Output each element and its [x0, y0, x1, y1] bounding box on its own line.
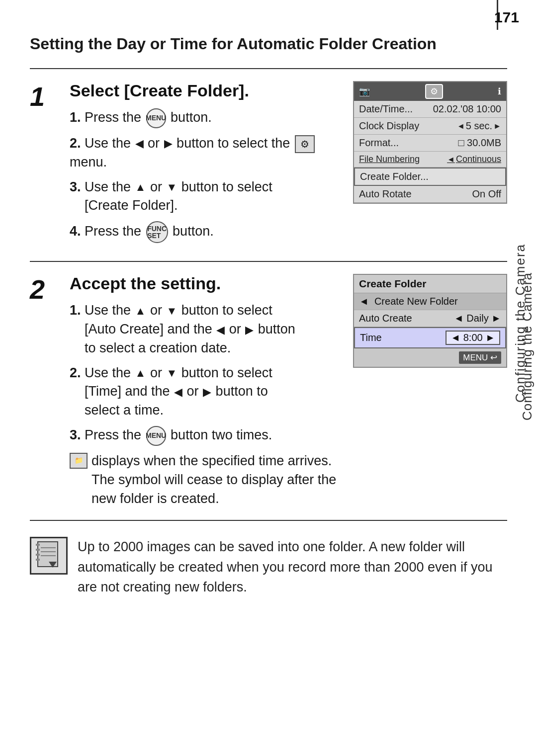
screenshot2-footer: MENU ↩ [354, 348, 506, 367]
content-area: Configuring the Camera 1 Select [Create … [30, 68, 507, 521]
step-1-2: 2. Use the ◀ or ▶ button to select the ⚙… [70, 134, 343, 172]
section-1-number: 1 [30, 81, 65, 249]
step-2-3: 3. Press the MENU button two times. [70, 426, 343, 446]
screenshot2-title: Create Folder [354, 275, 506, 293]
svg-rect-4 [36, 559, 40, 561]
tri-left-icon: ◄ [457, 122, 465, 131]
screenshot-row-clockdisplay: Clock Display ◄ 5 sec. ► [354, 118, 506, 135]
page-title: Setting the Day or Time for Automatic Fo… [30, 35, 507, 53]
bullet-note-text: displays when the specified time arrives… [91, 452, 343, 508]
menu-button2-icon: MENU [146, 426, 166, 446]
selected-menu-icon: ⚙ [425, 84, 443, 99]
section-1-title: Select [Create Folder]. [70, 81, 343, 100]
svg-rect-2 [36, 549, 40, 551]
menu-back-button: MENU ↩ [459, 351, 501, 364]
s2b-arrow-down-icon: ▼ [166, 366, 177, 381]
screenshot2-row-autocreate: Auto Create ◄ Daily ► [354, 310, 506, 327]
page-number: 171 [494, 9, 519, 26]
arrow-right-icon: ▶ [164, 136, 173, 152]
func-set-button-icon: FUNCSET [146, 221, 168, 243]
s2-arrow-left-icon: ◀ [216, 323, 225, 338]
svg-rect-1 [36, 544, 40, 546]
arrow-left-icon: ◀ [135, 136, 144, 152]
sidebar-configuring-label: Configuring the Camera [513, 199, 528, 447]
info-icon: ℹ [498, 86, 501, 97]
screenshot2-row-createnew: ◄ Create New Folder [354, 293, 506, 310]
section-2-steps: 1. Use the ▲ or ▼ button to select [Auto… [70, 301, 343, 446]
s2b-arrow-up-icon: ▲ [135, 366, 146, 381]
screenshot-row-datetime: Date/Time... 02.02.'08 10:00 [354, 101, 506, 118]
screenshot-row-format: Format... □ 30.0MB [354, 135, 506, 152]
file-tri-left-icon: ◄ [447, 155, 455, 164]
arrow-down-icon: ▼ [166, 180, 177, 195]
screenshot-row-createfolder: Create Folder... [354, 168, 506, 186]
s2b-arrow-left-icon: ◀ [174, 385, 182, 400]
note-symbol-icon [35, 541, 63, 571]
screenshot-row-autorotate: Auto Rotate On Off [354, 186, 506, 203]
section-2: 2 Accept the setting. 1. Use the ▲ or ▼ … [30, 262, 507, 521]
svg-rect-3 [36, 554, 40, 556]
step-1-3: 3. Use the ▲ or ▼ button to select [Crea… [70, 178, 343, 216]
wrench-menu-icon: ⚙ [295, 135, 315, 153]
s2-arrow-down-icon: ▼ [166, 304, 177, 319]
note-icon [30, 537, 68, 575]
section-2-body: Accept the setting. 1. Use the ▲ or ▼ bu… [65, 274, 343, 508]
screenshot-header: 📷 ⚙ ℹ [354, 82, 506, 101]
s2-arrow-up-icon: ▲ [135, 304, 146, 319]
menu-button-icon: MENU [146, 108, 166, 128]
screenshot-panel-1: 📷 ⚙ ℹ Date/Time... 02.02.'08 10:00 Clock… [353, 81, 507, 204]
s2-arrow-right-icon: ▶ [245, 323, 254, 338]
screenshot2-row-time: Time ◄ 8:00 ► [354, 327, 506, 348]
step-1-1: 1. Press the MENU button. [70, 108, 343, 128]
bullet-note: 📁 displays when the specified time arriv… [70, 452, 343, 508]
camera-mode-icon: 📷 [359, 86, 370, 97]
note-text: Up to 2000 images can be saved into one … [78, 537, 507, 597]
screenshot-panel-2: Create Folder ◄ Create New Folder Auto C… [353, 274, 507, 368]
section-2-number: 2 [30, 274, 65, 508]
step-1-4: 4. Press the FUNCSET button. [70, 221, 343, 243]
s2b-arrow-right-icon: ▶ [203, 385, 211, 400]
arrow-up-icon: ▲ [135, 180, 146, 195]
note-section: Up to 2000 images can be saved into one … [30, 537, 507, 597]
screenshot-row-filenumbering: File Numbering ◄ Continuous [354, 152, 506, 168]
section-1-steps: 1. Press the MENU button. 2. Use the ◀ o… [70, 108, 343, 243]
section-1-screenshot: 📷 ⚙ ℹ Date/Time... 02.02.'08 10:00 Clock… [353, 81, 507, 249]
section-2-title: Accept the setting. [70, 274, 343, 293]
tri-right-icon: ► [493, 122, 501, 131]
section-2-screenshot: Create Folder ◄ Create New Folder Auto C… [353, 274, 507, 508]
section-1: 1 Select [Create Folder]. 1. Press the M… [30, 69, 507, 262]
folder-symbol-icon: 📁 [70, 453, 88, 469]
step-2-1: 1. Use the ▲ or ▼ button to select [Auto… [70, 301, 343, 357]
step-2-2: 2. Use the ▲ or ▼ button to select [Time… [70, 364, 343, 420]
section-1-body: Select [Create Folder]. 1. Press the MEN… [65, 81, 343, 249]
